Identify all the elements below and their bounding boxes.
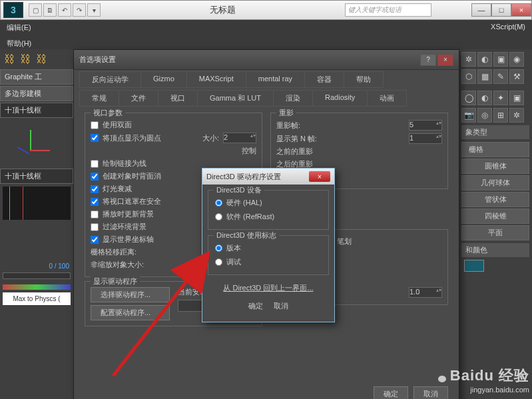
close-button[interactable]: × bbox=[511, 3, 531, 17]
max-to-physics-button[interactable]: Max to Physcs ( bbox=[3, 292, 71, 305]
filter-bg-label: 过滤环境背景 bbox=[103, 222, 146, 232]
link-icons: ⛓ ⛓ ⛓ bbox=[0, 49, 73, 69]
viewport-params-title: 视口参数 bbox=[91, 108, 125, 118]
prefs-tabs-row2: 常规 文件 视口 Gamma 和 LUT 渲染 Radiosity 动画 bbox=[74, 89, 459, 107]
tool-icon-3[interactable]: ✎ bbox=[493, 69, 508, 84]
link-icon[interactable]: ⛓ bbox=[4, 53, 15, 65]
d3d-close-button[interactable]: × bbox=[309, 171, 330, 182]
draw-links-check[interactable] bbox=[91, 160, 99, 168]
update-bg-check[interactable] bbox=[91, 210, 99, 218]
world-axis-check[interactable] bbox=[91, 236, 99, 244]
hierarchy-tab-icon[interactable]: ▣ bbox=[493, 52, 508, 67]
qat-btn-1[interactable]: ▢ bbox=[29, 3, 42, 17]
filter-bg-check[interactable] bbox=[91, 223, 99, 231]
tab-general[interactable]: 常规 bbox=[79, 90, 119, 107]
size-spinner[interactable]: 2 bbox=[223, 133, 256, 143]
modify-tab-icon[interactable]: ◐ bbox=[477, 52, 492, 67]
release-radio[interactable] bbox=[215, 244, 222, 252]
maximize-button[interactable]: □ bbox=[491, 3, 511, 17]
graphite-header[interactable]: Graphite 工 bbox=[0, 69, 73, 85]
choose-driver-button[interactable]: 选择驱动程序... bbox=[91, 287, 170, 302]
vertex-dots-check[interactable] bbox=[91, 134, 99, 142]
qat-undo[interactable]: ↶ bbox=[58, 3, 71, 17]
prefs-title: 首选项设置 bbox=[79, 55, 116, 65]
tab-ik[interactable]: 反向运动学 bbox=[79, 71, 141, 88]
cat-icon-3[interactable]: ✦ bbox=[493, 91, 508, 105]
control-label: 控制 bbox=[242, 146, 256, 156]
release-label: 版本 bbox=[226, 243, 241, 253]
create-tab-icon[interactable]: ✲ bbox=[461, 52, 476, 67]
ghost-nth-spinner[interactable]: 1 bbox=[409, 133, 442, 144]
tab-gizmo[interactable]: Gizmo bbox=[140, 71, 187, 88]
menu-maxscript[interactable]: XScript(M) bbox=[484, 20, 532, 36]
d3d-flags-title: Direct3D 使用标志 bbox=[214, 230, 279, 240]
tool-icon-2[interactable]: ▦ bbox=[477, 69, 492, 84]
backface-check[interactable] bbox=[91, 173, 99, 181]
light-atten-check[interactable] bbox=[91, 185, 99, 193]
minimize-button[interactable]: — bbox=[471, 3, 491, 17]
cat-icon-8[interactable]: ✲ bbox=[509, 108, 524, 123]
prefs-titlebar: 首选项设置 ? × bbox=[74, 50, 459, 70]
light-atten-label: 灯光衰减 bbox=[103, 184, 132, 194]
tab-mentalray[interactable]: mental ray bbox=[246, 71, 305, 88]
obj-pyramid[interactable]: 四棱锥 bbox=[461, 208, 529, 224]
bind-icon[interactable]: ⛓ bbox=[36, 53, 47, 65]
ghosting-title: 重影 bbox=[276, 108, 296, 118]
pencil-label: 笔划 bbox=[337, 236, 352, 246]
tab-files[interactable]: 文件 bbox=[119, 90, 158, 107]
cat-icon-4[interactable]: ▣ bbox=[509, 91, 524, 105]
cat-icon-7[interactable]: ⊞ bbox=[493, 108, 508, 123]
tab-animation[interactable]: 动画 bbox=[367, 90, 407, 107]
cat-icon-1[interactable]: ◯ bbox=[461, 91, 476, 105]
menu-help[interactable]: 帮助(H) bbox=[0, 36, 38, 49]
increment-spinner[interactable]: 1.0 bbox=[409, 287, 442, 298]
tab-radiosity[interactable]: Radiosity bbox=[312, 90, 368, 107]
configure-driver-button[interactable]: 配置驱动程序... bbox=[91, 305, 170, 320]
unlink-icon[interactable]: ⛓ bbox=[20, 53, 31, 65]
tab-maxscript[interactable]: MAXScript bbox=[186, 71, 246, 88]
prefs-ok-button[interactable]: 确定 bbox=[374, 386, 408, 399]
viewport-label-2: 十顶十线框 bbox=[0, 169, 73, 184]
ghost-frames-spinner[interactable]: 5 bbox=[409, 120, 442, 131]
grid-check[interactable]: 栅格 bbox=[461, 142, 529, 157]
cat-icon-2[interactable]: ◐ bbox=[477, 91, 492, 105]
qat-btn-2[interactable]: 🗎 bbox=[43, 3, 57, 17]
polymodel-header[interactable]: 多边形建模 bbox=[0, 86, 73, 101]
prefs-close-button[interactable]: × bbox=[437, 54, 453, 66]
tab-containers[interactable]: 容器 bbox=[304, 71, 344, 88]
safe-frame-check[interactable] bbox=[91, 198, 99, 206]
debug-radio[interactable] bbox=[215, 258, 222, 266]
hal-radio[interactable] bbox=[215, 199, 222, 206]
obj-cone[interactable]: 圆锥体 bbox=[461, 159, 529, 174]
refrast-radio[interactable] bbox=[215, 213, 222, 220]
obj-tube[interactable]: 管状体 bbox=[461, 192, 529, 207]
obj-geosphere[interactable]: 几何球体 bbox=[461, 175, 529, 191]
cat-icon-6[interactable]: ◎ bbox=[477, 108, 492, 123]
time-slider[interactable] bbox=[0, 270, 73, 282]
direct3d-dialog: Direct3D 驱动程序设置 × Direct3D 设备 硬件 (HAL) 软… bbox=[202, 168, 335, 322]
tab-viewport[interactable]: 视口 bbox=[158, 90, 198, 107]
prefs-help-button[interactable]: ? bbox=[420, 54, 436, 66]
prefs-cancel-button[interactable]: 取消 bbox=[413, 386, 448, 399]
app-logo[interactable]: 3 bbox=[3, 2, 23, 18]
d3d-ok-button[interactable]: 确定 bbox=[248, 301, 263, 311]
qat-more[interactable]: ▾ bbox=[87, 3, 101, 17]
d3d-cancel-button[interactable]: 取消 bbox=[274, 301, 288, 311]
use-dual-check[interactable] bbox=[91, 121, 99, 129]
backface-label: 创建对象时背面消 bbox=[103, 171, 161, 181]
tab-gamma[interactable]: Gamma 和 LUT bbox=[197, 90, 274, 107]
tool-icon-1[interactable]: ⬡ bbox=[461, 69, 476, 84]
tab-render[interactable]: 渲染 bbox=[273, 90, 313, 107]
revert-link[interactable]: 从 Direct3D 回到上一界面... bbox=[208, 280, 329, 296]
menu-edit[interactable]: 编辑(E) bbox=[0, 20, 38, 36]
tab-help[interactable]: 帮助 bbox=[344, 71, 384, 88]
cat-icon-5[interactable]: 📷 bbox=[461, 108, 476, 123]
obj-plane[interactable]: 平面 bbox=[461, 225, 529, 240]
motion-tab-icon[interactable]: ◉ bbox=[509, 52, 524, 67]
ghost-before[interactable]: 之前的重影 bbox=[276, 147, 313, 157]
help-search-input[interactable]: 键入关键字或短语 bbox=[345, 3, 431, 17]
qat-redo[interactable]: ↷ bbox=[73, 3, 86, 17]
viewport-label-1: 十顶十线框 bbox=[0, 103, 73, 118]
color-swatch[interactable] bbox=[464, 260, 484, 272]
tool-icon-4[interactable]: ⚒ bbox=[509, 69, 524, 84]
